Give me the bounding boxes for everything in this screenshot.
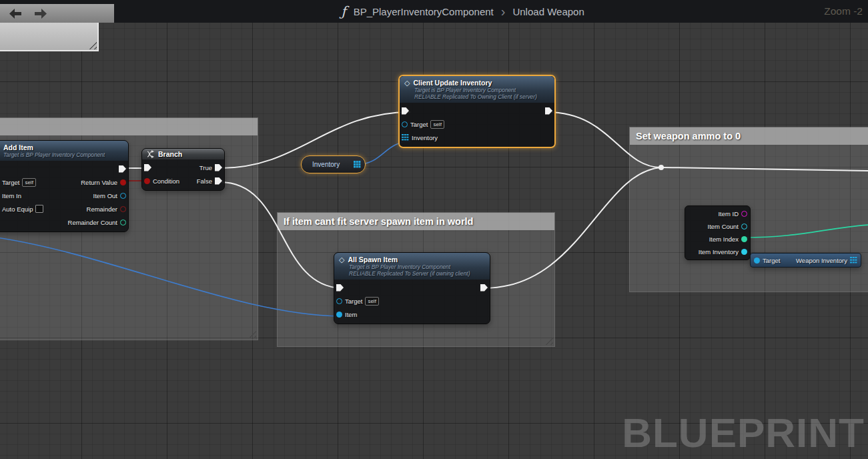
remainder-count-pin[interactable] <box>120 219 126 225</box>
comment-title[interactable] <box>0 118 258 135</box>
pin-label: Condition <box>153 177 179 185</box>
zoom-indicator: Zoom -2 <box>824 0 863 23</box>
item-pin[interactable] <box>336 312 342 318</box>
item-out-pin[interactable] <box>120 193 126 199</box>
pin-label: Weapon Inventory <box>796 257 847 264</box>
pin-label: Item <box>345 311 357 318</box>
node-weapon-inventory[interactable]: Target Weapon Inventory <box>750 253 861 268</box>
return-value-pin[interactable] <box>120 179 126 185</box>
topbar: ƒ BP_PlayerInventoryComponent › Unload W… <box>0 0 868 23</box>
node-branch[interactable]: Branch True Condition False <box>141 148 225 191</box>
false-exec-pin[interactable] <box>215 177 222 185</box>
pin-row: Inventory <box>400 131 554 144</box>
pin-label: Item Count <box>708 223 739 230</box>
pin-row <box>0 162 128 175</box>
pin-row: Condition False <box>142 174 224 187</box>
pin-label: False <box>197 177 212 185</box>
remainder-pin[interactable] <box>120 206 126 212</box>
pin-label: Remainder Count <box>68 219 117 226</box>
pin-label: Target <box>345 298 362 305</box>
exec-in-pin[interactable] <box>144 164 151 171</box>
floating-window[interactable] <box>0 23 99 51</box>
weapon-inventory-array-pin[interactable] <box>850 257 857 264</box>
node-subtitle: Target is BP Player Inventory Component <box>3 151 123 158</box>
breadcrumb-separator-icon: › <box>501 5 506 18</box>
breadcrumb-current[interactable]: Unload Weapon <box>512 6 584 17</box>
node-subtitle: RELIABLE Replicated To Server (if owning… <box>349 270 485 277</box>
pin-label: Target <box>763 257 780 264</box>
pin-row <box>334 281 490 294</box>
item-count-pin[interactable] <box>741 223 747 230</box>
exec-in-pin[interactable] <box>336 284 344 292</box>
node-header[interactable]: ◇ Client Update Inventory Target is BP P… <box>400 76 554 103</box>
pin-row: Item Count <box>685 220 750 233</box>
target-pin[interactable] <box>402 121 408 127</box>
pin-label: Target <box>410 121 428 128</box>
target-pin[interactable] <box>754 258 760 264</box>
comment-title[interactable]: If item cant fit server spawn item in wo… <box>278 213 554 230</box>
resize-handle-icon[interactable] <box>545 337 553 345</box>
pin-label: Item Inventory <box>699 248 739 256</box>
target-self-field[interactable]: self <box>22 178 35 187</box>
node-client-update-inventory[interactable]: ◇ Client Update Inventory Target is BP P… <box>398 75 556 148</box>
target-pin[interactable] <box>336 298 342 304</box>
function-icon: ƒ <box>341 3 346 19</box>
condition-pin[interactable] <box>144 178 150 184</box>
pin-label: True <box>199 164 212 171</box>
node-all-spawn-item[interactable]: ◇ All Spawn Item Target is BP Player Inv… <box>334 252 490 324</box>
node-add-item[interactable]: Add Item Target is BP Player Inventory C… <box>0 140 129 232</box>
pin-row: True <box>142 161 224 174</box>
node-break-item[interactable]: Item ID Item Count Item Index Item Inven… <box>685 205 751 260</box>
auto-equip-checkbox[interactable] <box>35 205 43 213</box>
node-title: All Spawn Item <box>348 256 398 264</box>
pin-row: Item Index <box>685 233 750 246</box>
target-self-field[interactable]: self <box>365 297 378 306</box>
event-diamond-icon: ◇ <box>404 79 410 87</box>
item-id-pin[interactable] <box>741 211 747 217</box>
blueprint-watermark: BLUEPRINT <box>622 409 865 456</box>
target-self-field[interactable]: self <box>430 120 444 129</box>
back-button[interactable] <box>8 8 23 19</box>
pin-row: Remainder Count <box>0 215 128 229</box>
pin-row: Item ID <box>685 207 750 220</box>
true-exec-pin[interactable] <box>215 164 222 171</box>
comment-title[interactable]: Set weapon ammo to 0 <box>630 127 868 145</box>
pin-row: Item Inventory <box>685 246 750 258</box>
pin-row: Auto Equip Remainder <box>0 202 128 215</box>
pin-row: Target self <box>400 117 554 131</box>
node-title: Add Item <box>3 143 123 151</box>
node-title: Client Update Inventory <box>413 79 492 87</box>
inventory-array-pin[interactable] <box>402 134 409 141</box>
breadcrumb-parent[interactable]: BP_PlayerInventoryComponent <box>354 6 494 17</box>
pin-row: Target self <box>334 294 490 308</box>
forward-button[interactable] <box>33 8 48 19</box>
inventory-output-pin[interactable] <box>354 161 361 168</box>
floating-window-titlebar[interactable] <box>0 4 114 23</box>
pin-row <box>400 104 554 117</box>
node-header[interactable]: ◇ All Spawn Item Target is BP Player Inv… <box>334 253 490 280</box>
node-inventory-variable[interactable]: Inventory <box>301 155 366 173</box>
exec-out-pin[interactable] <box>545 107 552 115</box>
pin-row: Item <box>334 308 490 321</box>
exec-out-pin[interactable] <box>480 284 488 292</box>
branch-icon <box>147 150 155 158</box>
node-add-item-header[interactable]: Add Item Target is BP Player Inventory C… <box>0 141 128 161</box>
pin-label: Remainder <box>87 205 117 213</box>
pin-row: Target self Return Value <box>0 175 128 189</box>
breadcrumb: ƒ BP_PlayerInventoryComponent › Unload W… <box>341 0 584 23</box>
node-subtitle: Target is BP Player Inventory Component <box>349 264 485 270</box>
resize-handle-icon[interactable] <box>89 41 97 49</box>
node-subtitle: Target is BP Player Inventory Component <box>414 87 550 93</box>
pin-label: Inventory <box>412 134 438 141</box>
node-branch-header[interactable]: Branch <box>142 149 224 159</box>
exec-out-pin[interactable] <box>119 165 126 173</box>
resize-handle-icon[interactable] <box>248 330 256 338</box>
pin-label: Target <box>2 179 19 186</box>
pin-label: Item In <box>2 192 21 199</box>
exec-in-pin[interactable] <box>402 107 409 115</box>
item-index-pin[interactable] <box>741 236 747 242</box>
item-inventory-pin[interactable] <box>741 249 747 255</box>
pin-label: Item Out <box>93 192 117 199</box>
event-diamond-icon: ◇ <box>339 256 344 264</box>
pin-label: Item Index <box>709 236 739 243</box>
